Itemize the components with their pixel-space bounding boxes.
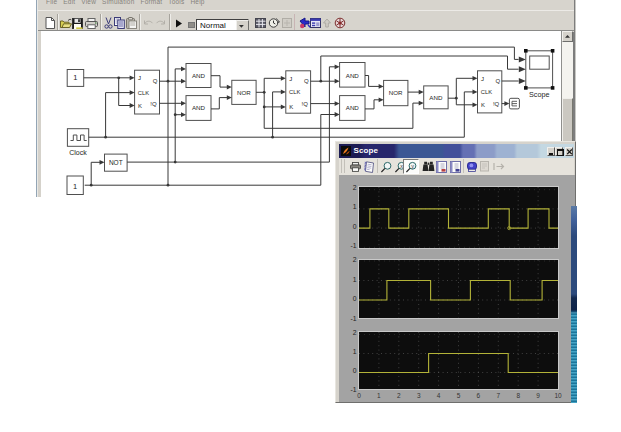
svg-text:1: 1 xyxy=(73,182,77,191)
svg-text:!Q: !Q xyxy=(493,101,500,107)
svg-text:CLK: CLK xyxy=(289,89,300,95)
svg-text:Q: Q xyxy=(304,78,309,84)
svg-text:CLK: CLK xyxy=(481,89,492,95)
svg-text:1: 1 xyxy=(73,73,77,82)
svg-text:NOR: NOR xyxy=(389,89,403,96)
svg-text:K: K xyxy=(481,102,485,108)
svg-text:AND: AND xyxy=(192,72,206,79)
svg-text:J: J xyxy=(481,76,484,82)
svg-text:!Q: !Q xyxy=(150,101,157,107)
svg-text:J: J xyxy=(138,75,141,81)
svg-text:AND: AND xyxy=(346,72,360,79)
svg-text:K: K xyxy=(138,103,142,109)
svg-text:K: K xyxy=(289,104,293,110)
svg-text:!Q: !Q xyxy=(302,101,309,107)
svg-text:Q: Q xyxy=(153,78,158,84)
svg-text:Q: Q xyxy=(495,78,500,84)
svg-text:AND: AND xyxy=(192,104,206,111)
svg-text:y: y xyxy=(411,163,414,169)
svg-text:NOT: NOT xyxy=(109,159,123,166)
svg-text:Clock: Clock xyxy=(69,149,87,156)
svg-text:CLK: CLK xyxy=(138,90,149,96)
svg-text:Scope: Scope xyxy=(529,90,549,99)
svg-text:AND: AND xyxy=(346,104,360,111)
svg-text:J: J xyxy=(289,76,292,82)
svg-text:NOR: NOR xyxy=(237,89,251,96)
svg-text:AND: AND xyxy=(429,94,443,101)
